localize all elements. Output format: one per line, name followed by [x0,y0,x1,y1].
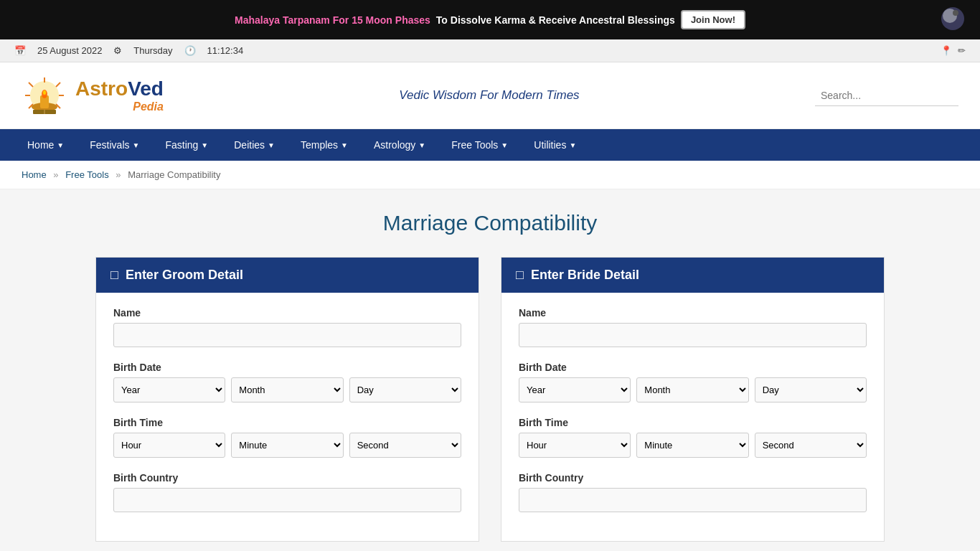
groom-year-select[interactable]: Year [113,377,225,402]
groom-name-group: Name [113,307,461,347]
bride-month-select[interactable]: Month [636,377,748,402]
groom-form-header: □ Enter Groom Detail [96,258,479,293]
header: AstroVed Pedia Vedic Wisdom For Modern T… [0,62,980,129]
breadcrumb-free-tools[interactable]: Free Tools [65,169,108,180]
banner-normal: To Dissolve Karma & Receive Ancestral Bl… [436,14,675,26]
home-arrow-icon: ▼ [57,141,64,149]
bride-hour-select[interactable]: Hour [519,433,631,458]
nav-home[interactable]: Home ▼ [14,129,77,161]
top-banner: Mahalaya Tarpanam For 15 Moon Phases To … [0,0,980,39]
search-area [815,85,958,106]
calendar-icon: 📅 [14,45,26,56]
moon-icon [940,6,966,32]
bride-birthtime-group: Birth Time Hour Minute Second [519,417,867,458]
groom-form-card: □ Enter Groom Detail Name Birth Date Yea… [95,257,479,542]
bride-form-body: Name Birth Date Year Month Day [501,293,884,541]
settings-icon: ⚙ [113,45,122,56]
utilities-arrow-icon: ▼ [569,141,576,149]
nav-astrology[interactable]: Astrology ▼ [361,129,438,161]
festivals-arrow-icon: ▼ [133,141,140,149]
svg-line-6 [56,83,60,87]
nav-free-tools[interactable]: Free Tools ▼ [438,129,521,161]
bride-name-input[interactable] [519,323,867,347]
groom-country-input[interactable] [113,488,461,512]
nav-utilities[interactable]: Utilities ▼ [521,129,589,161]
groom-birthdate-selects: Year Month Day [113,377,461,402]
logo-area: AstroVed Pedia [22,74,164,117]
bride-name-group: Name [519,307,867,347]
bride-birthtime-selects: Hour Minute Second [519,433,867,458]
groom-birthdate-label: Birth Date [113,362,461,373]
bride-country-input[interactable] [519,488,867,512]
nav-temples[interactable]: Temples ▼ [288,129,361,161]
breadcrumb: Home » Free Tools » Marriage Compatibili… [0,161,980,189]
day-display: Thursday [133,45,172,56]
groom-name-input[interactable] [113,323,461,347]
main-nav: Home ▼ Festivals ▼ Fasting ▼ Deities ▼ T… [0,129,980,161]
bride-country-group: Birth Country [519,472,867,512]
tagline: Vedic Wisdom For Modern Times [164,88,815,103]
page-title: Marriage Compatibility [29,211,951,235]
svg-line-5 [29,83,33,87]
groom-form-body: Name Birth Date Year Month Day [96,293,479,541]
breadcrumb-current: Marriage Compatibility [128,169,220,180]
bride-form-header: □ Enter Bride Detail [501,258,884,293]
bride-birthdate-selects: Year Month Day [519,377,867,402]
date-display: 25 August 2022 [37,45,102,56]
pin-icon[interactable]: 📍 [941,45,952,56]
groom-name-label: Name [113,307,461,319]
bride-form-card: □ Enter Bride Detail Name Birth Date Yea… [501,257,885,542]
breadcrumb-sep-1: » [53,169,58,180]
free-tools-arrow-icon: ▼ [501,141,508,149]
main-content: Marriage Compatibility □ Enter Groom Det… [0,189,980,551]
banner-highlight: Mahalaya Tarpanam For 15 Moon Phases [235,14,430,26]
groom-country-label: Birth Country [113,472,461,484]
groom-birthtime-label: Birth Time [113,417,461,428]
groom-minute-select[interactable]: Minute [231,433,343,458]
deities-arrow-icon: ▼ [268,141,275,149]
breadcrumb-sep-2: » [116,169,121,180]
svg-point-14 [43,90,46,95]
bride-birthdate-label: Birth Date [519,362,867,373]
groom-birthtime-group: Birth Time Hour Minute Second [113,417,461,458]
join-now-button[interactable]: Join Now! [681,10,745,29]
bride-year-select[interactable]: Year [519,377,631,402]
fasting-arrow-icon: ▼ [201,141,208,149]
groom-month-select[interactable]: Month [231,377,343,402]
logo-text: AstroVed Pedia [75,77,164,113]
bride-second-select[interactable]: Second [755,433,867,458]
groom-header-icon: □ [110,268,118,283]
temples-arrow-icon: ▼ [341,141,348,149]
bride-day-select[interactable]: Day [755,377,867,402]
bride-minute-select[interactable]: Minute [636,433,748,458]
nav-festivals[interactable]: Festivals ▼ [77,129,152,161]
forms-grid: □ Enter Groom Detail Name Birth Date Yea… [95,257,885,542]
clock-icon: 🕐 [184,45,196,56]
svg-point-2 [953,10,958,16]
bride-name-label: Name [519,307,867,319]
bride-birthdate-group: Birth Date Year Month Day [519,362,867,402]
groom-country-group: Birth Country [113,472,461,512]
nav-deities[interactable]: Deities ▼ [221,129,288,161]
bride-country-label: Birth Country [519,472,867,484]
time-display: 11:12:34 [207,45,244,56]
edit-icon[interactable]: ✏ [958,45,966,56]
breadcrumb-home[interactable]: Home [22,169,47,180]
info-bar: 📅 25 August 2022 ⚙ Thursday 🕐 11:12:34 📍… [0,39,980,62]
nav-fasting[interactable]: Fasting ▼ [152,129,221,161]
groom-hour-select[interactable]: Hour [113,433,225,458]
logo-icon [22,74,68,117]
bride-header-icon: □ [516,268,524,283]
groom-second-select[interactable]: Second [349,433,461,458]
astrology-arrow-icon: ▼ [418,141,425,149]
groom-birthtime-selects: Hour Minute Second [113,433,461,458]
search-input[interactable] [815,85,958,106]
groom-day-select[interactable]: Day [349,377,461,402]
bride-birthtime-label: Birth Time [519,417,867,428]
groom-birthdate-group: Birth Date Year Month Day [113,362,461,402]
